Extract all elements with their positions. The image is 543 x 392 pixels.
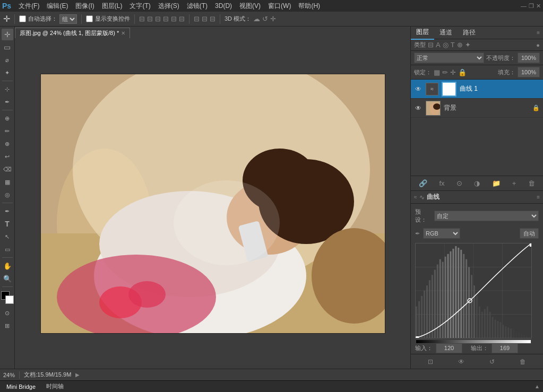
- 3d-pan-btn[interactable]: ✛: [270, 15, 276, 23]
- layer-item-bg[interactable]: 👁 背景 🔒: [411, 99, 543, 118]
- eraser-tool[interactable]: ⌫: [2, 163, 13, 175]
- window-close[interactable]: ✕: [536, 3, 541, 10]
- kind-filter-toggle[interactable]: ●: [536, 42, 540, 48]
- layer-link-btn[interactable]: 🔗: [419, 179, 427, 187]
- output-value[interactable]: [492, 343, 518, 353]
- quick-mask-btn[interactable]: ⊙: [2, 307, 13, 319]
- lock-transparent-btn[interactable]: ▦: [434, 68, 440, 76]
- layer-visibility-curves[interactable]: 👁: [414, 85, 423, 93]
- zoom-tool[interactable]: 🔍: [2, 273, 13, 284]
- path-select-tool[interactable]: ↖: [2, 231, 13, 242]
- curve-graph[interactable]: [415, 243, 532, 338]
- paths-tab[interactable]: 路径: [458, 26, 481, 39]
- kind-filter-icon[interactable]: ⊟: [428, 41, 434, 49]
- kind-filter-icon3[interactable]: ◎: [443, 41, 449, 49]
- menu-view[interactable]: 视图(V): [236, 1, 264, 12]
- mini-bridge-expand[interactable]: ▲: [535, 384, 540, 389]
- layer-visibility-bg[interactable]: 👁: [414, 104, 423, 112]
- layers-panel-menu[interactable]: ≡: [533, 28, 543, 38]
- lock-paint-btn[interactable]: ✏: [442, 68, 448, 76]
- auto-align-btn[interactable]: ⊟: [210, 15, 216, 23]
- marquee-tool[interactable]: ▭: [2, 41, 13, 53]
- clone-tool[interactable]: ⊕: [2, 138, 13, 150]
- canvas-tab-close[interactable]: ✕: [121, 30, 125, 36]
- layer-mask-btn[interactable]: ⊙: [456, 179, 462, 187]
- kind-filter-icon5[interactable]: ⊕: [457, 41, 463, 49]
- kind-filter-icon4[interactable]: T: [451, 41, 455, 49]
- screen-mode-btn[interactable]: ⊞: [2, 320, 13, 332]
- layer-mask-thumb-curves[interactable]: [442, 82, 456, 97]
- fill-input[interactable]: [518, 67, 540, 77]
- canvas-tab-main[interactable]: 原图.jpg @ 24% (曲线 1, 图层蒙版/8) * ✕: [15, 28, 130, 38]
- layers-tab[interactable]: 图层: [411, 25, 434, 40]
- menu-select[interactable]: 选择(S): [155, 1, 183, 12]
- menu-3d[interactable]: 3D(D): [212, 1, 235, 11]
- auto-btn[interactable]: 自动: [520, 228, 539, 239]
- layer-adj-btn[interactable]: ◑: [474, 179, 480, 187]
- align-bottom-btn[interactable]: ⊟: [179, 15, 185, 23]
- distribute-2-btn[interactable]: ⊟: [202, 15, 208, 23]
- lock-move-btn[interactable]: ✛: [450, 68, 456, 76]
- 3d-mode-btn[interactable]: ☁: [253, 15, 260, 23]
- eyedropper-tool[interactable]: ✒: [2, 96, 13, 108]
- align-middle-btn[interactable]: ⊟: [171, 15, 177, 23]
- distribute-btn[interactable]: ⊟: [194, 15, 200, 23]
- channels-tab[interactable]: 通道: [434, 26, 458, 39]
- fg-bg-colors[interactable]: [1, 291, 14, 304]
- dodge-tool[interactable]: ◎: [2, 189, 13, 201]
- layer-new-btn[interactable]: +: [512, 179, 516, 187]
- background-color[interactable]: [5, 295, 14, 304]
- history-brush-tool[interactable]: ↩: [2, 151, 13, 162]
- channel-eyedrop-icon[interactable]: ✒: [415, 230, 420, 237]
- layer-item-curves[interactable]: 👁 ≈ 曲线 1: [411, 80, 543, 99]
- canvas-wrapper[interactable]: [15, 38, 410, 369]
- props-clip-btn[interactable]: ⊡: [428, 358, 433, 365]
- blend-mode-select[interactable]: 正常: [414, 53, 484, 63]
- align-center-btn[interactable]: ⊟: [147, 15, 153, 23]
- input-value[interactable]: [436, 343, 462, 353]
- align-right-btn[interactable]: ⊟: [155, 15, 161, 23]
- layer-group-btn[interactable]: 📁: [492, 179, 501, 187]
- auto-select-select[interactable]: 组: [59, 14, 77, 24]
- move-tool-btn[interactable]: ✛: [3, 14, 10, 24]
- window-minimize[interactable]: —: [521, 3, 527, 10]
- menu-image[interactable]: 图像(I): [72, 1, 97, 12]
- shape-tool[interactable]: ▭: [2, 243, 13, 255]
- quick-select-tool[interactable]: ✦: [2, 67, 13, 79]
- timeline-tab[interactable]: 时间轴: [43, 381, 67, 391]
- props-reset-btn[interactable]: ↺: [489, 358, 495, 365]
- layer-delete-btn[interactable]: 🗑: [528, 179, 535, 187]
- heal-tool[interactable]: ⊕: [2, 112, 13, 124]
- menu-edit[interactable]: 编辑(E): [44, 1, 71, 12]
- menu-window[interactable]: 窗口(W): [265, 1, 294, 12]
- menu-text[interactable]: 文字(T): [126, 1, 153, 12]
- hand-tool[interactable]: ✋: [2, 260, 13, 272]
- align-left-btn[interactable]: ⊟: [139, 15, 145, 23]
- kind-filter-icon2[interactable]: A: [436, 41, 441, 49]
- menu-filter[interactable]: 滤镜(T): [184, 1, 211, 12]
- align-top-btn[interactable]: ⊟: [163, 15, 169, 23]
- lasso-tool[interactable]: ⌀: [2, 54, 13, 66]
- channel-select[interactable]: RGB: [423, 228, 460, 239]
- text-tool[interactable]: T: [2, 218, 13, 230]
- crop-tool[interactable]: ⊹: [2, 83, 13, 95]
- kind-filter-icon6[interactable]: ✦: [465, 41, 471, 49]
- menu-help[interactable]: 帮助(H): [295, 1, 323, 12]
- move-tool[interactable]: ✛: [2, 29, 13, 40]
- props-eye-btn[interactable]: 👁: [458, 358, 464, 365]
- pen-tool[interactable]: ✒: [2, 205, 13, 217]
- props-delete-btn[interactable]: 🗑: [520, 358, 526, 365]
- lock-all-btn[interactable]: 🔒: [458, 68, 467, 76]
- 3d-rotate-btn[interactable]: ↺: [262, 15, 268, 23]
- window-restore[interactable]: ❐: [529, 3, 534, 10]
- menu-file[interactable]: 文件(F): [15, 1, 42, 12]
- mini-bridge-tab[interactable]: Mini Bridge: [3, 382, 39, 391]
- status-arrow-btn[interactable]: ▶: [75, 372, 80, 378]
- auto-select-checkbox[interactable]: [19, 15, 26, 22]
- layer-fx-btn[interactable]: fx: [439, 179, 444, 187]
- preset-select[interactable]: 自定: [434, 211, 539, 221]
- menu-layer[interactable]: 图层(L): [99, 1, 126, 12]
- brush-tool[interactable]: ✏: [2, 125, 13, 137]
- show-transform-checkbox[interactable]: [86, 15, 93, 22]
- gradient-tool[interactable]: ▦: [2, 176, 13, 188]
